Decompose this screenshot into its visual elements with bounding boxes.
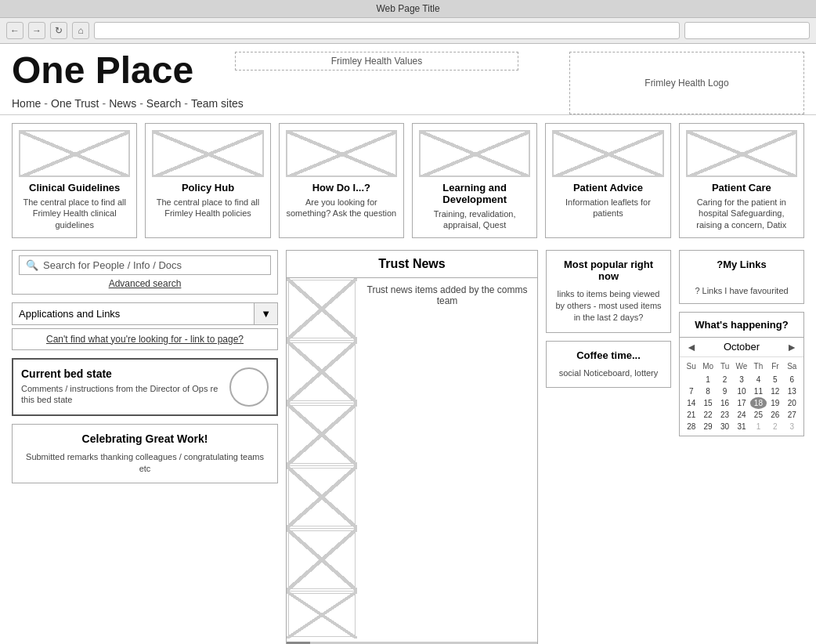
main-content: Clinical Guidelines The central place to… bbox=[0, 115, 816, 644]
tile-patient-advice[interactable]: Patient Advice Information leaflets for … bbox=[545, 123, 670, 238]
calendar-next-button[interactable]: ► bbox=[786, 341, 797, 353]
news-thumb-4[interactable] bbox=[287, 466, 357, 529]
news-thumb-5[interactable] bbox=[287, 529, 357, 592]
header-logo: Frimley Health Logo bbox=[569, 52, 804, 114]
cal-day-12[interactable]: 12 bbox=[767, 385, 783, 397]
cal-day-overflow-1: 1 bbox=[750, 421, 767, 432]
celebrate-title: Celebrating Great Work! bbox=[20, 432, 269, 445]
cal-day-15[interactable]: 15 bbox=[699, 397, 716, 409]
bed-state-box: Current bed state Comments / instruction… bbox=[12, 358, 278, 416]
tile-patient-care[interactable]: Patient Care Caring for the patient in h… bbox=[679, 123, 804, 238]
trust-news-content: Trust news items added by the comms team bbox=[287, 278, 537, 639]
cal-day-22[interactable]: 22 bbox=[699, 409, 716, 421]
cal-day-20[interactable]: 20 bbox=[784, 397, 800, 409]
nav-home[interactable]: Home bbox=[12, 97, 41, 110]
tile-patient-care-image bbox=[686, 130, 797, 177]
browser-nav-bar: ← → ↻ ⌂ bbox=[0, 18, 816, 44]
advanced-search-link[interactable]: Advanced search bbox=[19, 278, 271, 289]
apps-links-dropdown[interactable]: Applications and Links ▼ bbox=[12, 302, 278, 325]
cal-day-overflow-2: 2 bbox=[767, 421, 783, 432]
cal-day-19[interactable]: 19 bbox=[767, 397, 783, 409]
home-button[interactable]: ⌂ bbox=[72, 22, 89, 39]
bed-state-indicator bbox=[229, 367, 269, 407]
banner-text: Frimley Health Values bbox=[331, 56, 422, 67]
tile-learning-dev-image bbox=[419, 130, 530, 177]
cal-day-3[interactable]: 3 bbox=[733, 374, 749, 385]
news-thumb-1[interactable] bbox=[287, 278, 357, 341]
search-icon: 🔍 bbox=[26, 259, 38, 271]
browser-search-input[interactable] bbox=[684, 22, 810, 39]
tile-patient-care-desc: Caring for the patient in hospital Safeg… bbox=[686, 197, 797, 230]
url-bar[interactable] bbox=[94, 22, 680, 39]
page-wrapper: One Place Frimley Health Values Frimley … bbox=[0, 44, 816, 644]
site-header: One Place Frimley Health Values Frimley … bbox=[0, 44, 816, 115]
cal-day-overflow-3: 3 bbox=[784, 421, 800, 432]
cal-day-30[interactable]: 30 bbox=[717, 421, 733, 432]
calendar-month-label: October bbox=[724, 341, 760, 353]
tile-patient-advice-desc: Information leaflets for patients bbox=[552, 197, 663, 219]
cal-day-11[interactable]: 11 bbox=[750, 385, 767, 397]
calendar-widget: What's happening? ◄ October ► Su Mo Tu W… bbox=[679, 312, 804, 436]
browser-title: Web Page Title bbox=[376, 3, 439, 14]
news-thumb-3[interactable] bbox=[287, 403, 357, 466]
nav-search[interactable]: Search bbox=[146, 97, 181, 110]
browser-title-bar: Web Page Title bbox=[0, 0, 816, 18]
most-popular-title: Most popular right now bbox=[554, 259, 663, 282]
trust-news-heading: Trust News bbox=[287, 251, 537, 278]
news-scroll-thumb[interactable] bbox=[287, 642, 310, 644]
cal-day-14[interactable]: 14 bbox=[683, 397, 699, 409]
calendar-week-4: 21 22 23 24 25 26 27 bbox=[683, 409, 800, 421]
cal-day-28[interactable]: 28 bbox=[683, 421, 699, 432]
nav-team-sites[interactable]: Team sites bbox=[191, 97, 244, 110]
cal-day-5[interactable]: 5 bbox=[767, 374, 783, 385]
cal-day-8[interactable]: 8 bbox=[699, 385, 716, 397]
cant-find-link[interactable]: Can't find what you're looking for - lin… bbox=[12, 328, 278, 350]
bed-state-text: Current bed state Comments / instruction… bbox=[21, 367, 223, 406]
forward-button[interactable]: → bbox=[28, 22, 45, 39]
celebrate-box: Celebrating Great Work! Submitted remark… bbox=[12, 424, 278, 484]
tile-policy-hub[interactable]: Policy Hub The central place to find all… bbox=[145, 123, 270, 238]
cal-day-6[interactable]: 6 bbox=[784, 374, 800, 385]
nav-one-trust[interactable]: One Trust bbox=[51, 97, 99, 110]
cal-day-24[interactable]: 24 bbox=[733, 409, 749, 421]
calendar-days-header: Su Mo Tu We Th Fr Sa bbox=[683, 360, 800, 372]
tile-how-do-i-desc: Are you looking for something? Ask the q… bbox=[286, 197, 397, 219]
news-thumb-6[interactable] bbox=[287, 592, 357, 639]
cal-day-18-today[interactable]: 18 bbox=[750, 397, 767, 409]
apps-links-arrow-icon[interactable]: ▼ bbox=[254, 303, 277, 324]
cal-day-7[interactable]: 7 bbox=[683, 385, 699, 397]
tile-learning-dev[interactable]: Learning and Development Training, reval… bbox=[412, 123, 537, 238]
nav-news[interactable]: News bbox=[109, 97, 136, 110]
cal-day-4[interactable]: 4 bbox=[750, 374, 767, 385]
tile-patient-care-title: Patient Care bbox=[686, 182, 797, 194]
tile-policy-hub-desc: The central place to find all Frimley He… bbox=[152, 197, 263, 219]
cal-day-25[interactable]: 25 bbox=[750, 409, 767, 421]
tile-how-do-i[interactable]: How Do I...? Are you looking for somethi… bbox=[279, 123, 404, 238]
cal-day-31[interactable]: 31 bbox=[733, 421, 749, 432]
cal-day-26[interactable]: 26 bbox=[767, 409, 783, 421]
cal-day-9[interactable]: 9 bbox=[717, 385, 733, 397]
refresh-button[interactable]: ↻ bbox=[50, 22, 67, 39]
cal-day-13[interactable]: 13 bbox=[784, 385, 800, 397]
cal-day-23[interactable]: 23 bbox=[717, 409, 733, 421]
cal-day-21[interactable]: 21 bbox=[683, 409, 699, 421]
tile-learning-dev-desc: Training, revalidation, appraisal, Quest bbox=[419, 208, 530, 231]
cal-day-29[interactable]: 29 bbox=[699, 421, 716, 432]
cal-day-10[interactable]: 10 bbox=[733, 385, 749, 397]
cal-day-16[interactable]: 16 bbox=[717, 397, 733, 409]
back-button[interactable]: ← bbox=[6, 22, 23, 39]
cal-day-2[interactable]: 2 bbox=[717, 374, 733, 385]
calendar-week-2: 7 8 9 10 11 12 13 bbox=[683, 385, 800, 397]
cal-day-1[interactable]: 1 bbox=[699, 374, 716, 385]
news-thumb-2[interactable] bbox=[287, 341, 357, 403]
search-input-row[interactable]: 🔍 Search for People / Info / Docs bbox=[19, 255, 271, 275]
cal-day-17[interactable]: 17 bbox=[733, 397, 749, 409]
tile-how-do-i-title: How Do I...? bbox=[286, 182, 397, 194]
coffee-time-desc: social Noticeboard, lottery bbox=[554, 367, 663, 379]
tile-clinical-guidelines[interactable]: Clinical Guidelines The central place to… bbox=[12, 123, 137, 238]
left-column: 🔍 Search for People / Info / Docs Advanc… bbox=[12, 250, 278, 644]
tile-learning-dev-title: Learning and Development bbox=[419, 182, 530, 205]
cal-day-27[interactable]: 27 bbox=[784, 409, 800, 421]
calendar-week-1: 1 2 3 4 5 6 bbox=[683, 374, 800, 385]
calendar-prev-button[interactable]: ◄ bbox=[686, 341, 697, 353]
